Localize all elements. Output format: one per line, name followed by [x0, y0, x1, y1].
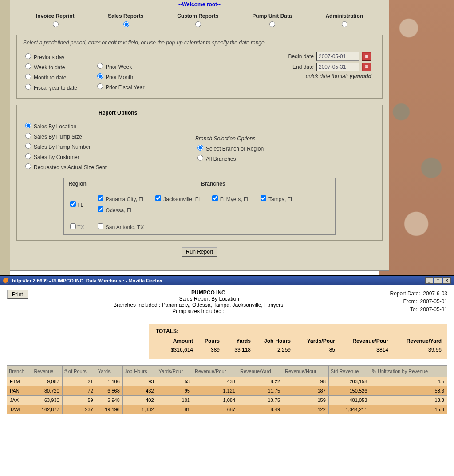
checkbox-input[interactable]: [212, 195, 218, 201]
totals-header: Yards/Pour: [293, 337, 338, 345]
radio-input[interactable]: [25, 153, 31, 159]
region-checkbox[interactable]: TX: [68, 224, 84, 230]
detail-header: Revenue/Yard: [238, 366, 283, 377]
radio-input[interactable]: [25, 163, 31, 169]
radio-input[interactable]: [25, 74, 31, 79]
close-icon[interactable]: ×: [443, 277, 451, 284]
table-row: TAM162,87723719,1961,332816878.491221,04…: [7, 405, 447, 414]
tab-administration[interactable]: Administration: [325, 13, 363, 28]
branch-checkbox[interactable]: Ft Myers, FL: [210, 194, 250, 202]
radio-input[interactable]: [25, 63, 31, 69]
region-header: Region: [64, 178, 91, 190]
checkbox-input[interactable]: [98, 195, 103, 201]
radio-input[interactable]: [25, 133, 31, 139]
radio-input[interactable]: [97, 73, 103, 79]
checkbox-input[interactable]: [261, 195, 266, 201]
table-row: FTM9,087211,10693534338.2298203,1584.5: [7, 377, 447, 386]
period-option[interactable]: Prior Fiscal Year: [95, 82, 144, 91]
period-option[interactable]: Sales By Pump Number: [23, 142, 107, 150]
minimize-icon[interactable]: _: [425, 277, 433, 284]
checkbox-input[interactable]: [98, 206, 103, 212]
tab-custom-reports[interactable]: Custom Reports: [177, 13, 218, 28]
region-checkbox[interactable]: FL: [68, 202, 83, 208]
period-option[interactable]: All Branches: [195, 154, 264, 162]
value-cell: 19,196: [96, 405, 122, 414]
period-presets-left: Previous dayWeek to dateMonth to dateFis…: [23, 50, 77, 93]
value-cell: 93: [122, 377, 157, 386]
value-cell: 13.3: [370, 396, 447, 405]
firefox-icon: [3, 278, 9, 284]
report-header: PUMPCO INC. Sales Report By Location Bra…: [7, 290, 447, 314]
totals-value: $316,614: [156, 345, 196, 355]
report-options-section: Report Options Sales By LocationSales By…: [16, 105, 383, 241]
period-option[interactable]: Sales By Location: [23, 121, 107, 130]
period-option[interactable]: Previous day: [23, 52, 77, 60]
date-entry-area: Begin date ▦ End date ▦ quick date forma…: [288, 50, 376, 93]
tab-radio[interactable]: [342, 21, 347, 27]
checkbox-input[interactable]: [70, 201, 76, 207]
period-presets-right: Prior WeekPrior MonthPrior Fiscal Year: [95, 50, 144, 93]
value-cell: 432: [122, 386, 157, 396]
main-tabs: Invoice ReprintSales ReportsCustom Repor…: [10, 10, 389, 35]
tab-radio[interactable]: [269, 21, 275, 27]
tab-radio[interactable]: [195, 21, 201, 27]
radio-input[interactable]: [197, 155, 203, 161]
period-option[interactable]: Fiscal year to date: [23, 83, 77, 91]
value-cell: 98: [283, 377, 329, 386]
branch-cell: PAN: [7, 386, 32, 396]
totals-header: Pours: [196, 337, 222, 345]
totals-value: 389: [196, 345, 222, 355]
radio-input[interactable]: [25, 123, 31, 128]
totals-value: 2,259: [253, 345, 293, 355]
tab-radio[interactable]: [53, 21, 59, 27]
radio-input[interactable]: [25, 143, 31, 149]
begin-date-calendar-icon[interactable]: ▦: [362, 52, 371, 61]
value-cell: 6,868: [96, 386, 122, 396]
run-report-button[interactable]: Run Report: [182, 247, 217, 257]
branch-checkbox[interactable]: Panama City, FL: [96, 194, 145, 202]
branch-cell: FTM: [7, 377, 32, 386]
radio-input[interactable]: [197, 145, 203, 151]
period-option[interactable]: Week to date: [23, 62, 77, 71]
value-cell: 481,053: [328, 396, 370, 405]
value-cell: 81: [157, 405, 193, 414]
end-date-input[interactable]: [316, 63, 359, 71]
value-cell: 8.49: [238, 405, 283, 414]
period-option[interactable]: Sales By Customer: [23, 152, 107, 160]
checkbox-input[interactable]: [155, 195, 161, 201]
value-cell: 162,877: [32, 405, 62, 414]
branch-checkbox[interactable]: Jacksonville, FL: [154, 194, 201, 202]
radio-input[interactable]: [25, 53, 31, 59]
period-option[interactable]: Month to date: [23, 72, 77, 81]
tab-radio[interactable]: [123, 21, 129, 27]
radio-input[interactable]: [97, 63, 103, 69]
period-option[interactable]: Prior Month: [95, 72, 144, 80]
detail-header: # of Pours: [62, 366, 96, 377]
period-option[interactable]: Sales By Pump Size: [23, 131, 107, 140]
period-option[interactable]: Prior Week: [95, 62, 144, 70]
end-date-calendar-icon[interactable]: ▦: [362, 63, 371, 71]
branch-checkbox[interactable]: Odessa, FL: [96, 205, 133, 214]
window-title: http://len2:6699 - PUMPCO INC. Data Ware…: [12, 278, 162, 283]
tab-invoice-reprint[interactable]: Invoice Reprint: [36, 13, 75, 28]
welcome-banner: --Welcome root--: [10, 0, 389, 10]
company-name: PUMPCO INC.: [7, 290, 447, 296]
branch-checkbox[interactable]: Tampa, FL: [259, 194, 294, 202]
value-cell: 4.5: [370, 377, 447, 386]
period-option[interactable]: Select Branch or Region: [195, 143, 264, 152]
radio-input[interactable]: [97, 83, 103, 89]
maximize-icon[interactable]: □: [434, 277, 442, 284]
period-option[interactable]: Requested vs Actual Size Sent: [23, 162, 107, 171]
begin-date-label: Begin date: [288, 53, 314, 60]
begin-date-input[interactable]: [316, 52, 359, 61]
checkbox-input[interactable]: [98, 223, 103, 229]
tab-sales-reports[interactable]: Sales Reports: [108, 13, 143, 28]
branch-checkbox[interactable]: San Antonio, TX: [96, 222, 144, 230]
detail-header: Job-Hours: [122, 366, 157, 377]
totals-value: 33,118: [222, 345, 253, 355]
radio-input[interactable]: [25, 84, 31, 90]
report-options-heading: Report Options: [99, 110, 376, 116]
checkbox-input[interactable]: [70, 223, 76, 229]
tab-pump-unit-data[interactable]: Pump Unit Data: [252, 13, 292, 28]
print-button[interactable]: Print: [7, 290, 28, 299]
